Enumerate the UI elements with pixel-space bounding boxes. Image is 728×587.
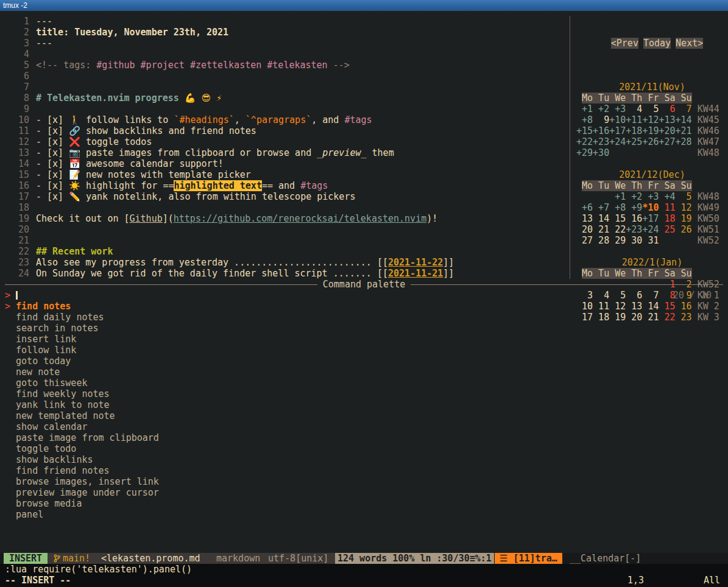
calendar-day[interactable]: +17 (609, 125, 626, 136)
calendar-next-button[interactable]: Next> (676, 38, 703, 49)
palette-item[interactable]: search in notes (0, 323, 728, 334)
editor-line[interactable]: 19Check it out on [Github](https://githu… (4, 213, 569, 224)
calendar-day[interactable]: 29 (609, 235, 626, 246)
editor-line[interactable]: 11- [x] 🔗 show backlinks and friend note… (4, 125, 569, 136)
palette-item[interactable]: panel (0, 509, 728, 520)
calendar-day[interactable]: +16 (593, 125, 609, 136)
calendar-day[interactable]: 15 (609, 213, 626, 224)
calendar-day[interactable]: +17 (642, 213, 659, 224)
calendar-day[interactable]: 9 (593, 114, 609, 125)
palette-item[interactable]: insert link (0, 334, 728, 345)
editor-line[interactable]: 3--- (4, 38, 569, 49)
editor-line[interactable]: 5<!-- tags: #github #project #zettelkast… (4, 60, 569, 71)
palette-item[interactable]: > find notes (0, 301, 728, 312)
calendar-day[interactable]: 28 (593, 235, 609, 246)
editor-line[interactable]: 24On Sunday we got rid of the daily find… (4, 268, 569, 279)
editor-line[interactable]: 17- [x] ✏️ yank notelink, also from with… (4, 191, 569, 202)
editor-line[interactable]: 7 (4, 82, 569, 93)
calendar-day[interactable]: 6 (659, 104, 675, 114)
calendar-day[interactable]: 16 (626, 213, 642, 224)
editor-line[interactable]: 13- [x] 📷 paste images from clipboard or… (4, 147, 569, 158)
calendar-day[interactable]: +4 (659, 191, 675, 202)
editor-line[interactable]: 18 (4, 202, 569, 213)
calendar-day[interactable]: 31 (642, 235, 659, 246)
palette-item[interactable]: goto today (0, 356, 728, 367)
calendar-day[interactable]: +3 (642, 191, 659, 202)
calendar-day[interactable]: +21 (676, 125, 692, 136)
editor-line[interactable]: 1--- (4, 16, 569, 27)
calendar-prev-button[interactable]: <Prev (611, 38, 638, 49)
calendar-day[interactable]: +23 (593, 136, 609, 147)
editor-line[interactable]: 16- [x] ☀️ highlight for ==highlighted t… (4, 180, 569, 191)
calendar-day[interactable]: 22 (609, 224, 626, 235)
calendar-today-button[interactable]: Today (643, 38, 671, 49)
palette-item[interactable]: follow link (0, 345, 728, 356)
editor-line[interactable]: 8# Telekasten.nvim progress 💪 😎 ⚡ (4, 93, 569, 104)
calendar-day[interactable]: 12 (676, 202, 692, 213)
calendar-day[interactable]: *10 (642, 202, 659, 213)
calendar-day[interactable]: +2 (593, 104, 609, 114)
editor-line[interactable]: 15- [x] 📝 new notes with template picker (4, 169, 569, 180)
editor-buffer[interactable]: 1---2title: Tuesday, November 23th, 2021… (4, 16, 569, 279)
palette-item[interactable]: browse images, insert link (0, 476, 728, 487)
calendar-day[interactable]: 5 (642, 104, 659, 114)
editor-line[interactable]: 10- [x] 🚶 follow links to `#headings`, `… (4, 114, 569, 125)
calendar-day[interactable]: 26 (676, 224, 692, 235)
palette-item[interactable]: show backlinks (0, 454, 728, 465)
calendar-day[interactable]: +20 (659, 125, 675, 136)
editor-line[interactable]: 9 (4, 104, 569, 114)
editor-line[interactable]: 14- [x] 📅 awesome calendar support! (4, 158, 569, 169)
calendar-day[interactable]: +24 (609, 136, 626, 147)
editor-line[interactable]: 20 (4, 224, 569, 235)
calendar-day[interactable]: +27 (659, 136, 675, 147)
command-line[interactable]: :lua require('telekasten').panel() (0, 564, 728, 575)
window-titlebar[interactable]: tmux -2 (0, 0, 728, 11)
calendar-day[interactable]: 11 (659, 202, 675, 213)
calendar-day[interactable]: +25 (626, 136, 642, 147)
palette-item[interactable]: new note (0, 367, 728, 378)
calendar-day[interactable]: +14 (676, 114, 692, 125)
editor-line[interactable]: 22## Recent work (4, 246, 569, 257)
calendar-day[interactable]: +10 (609, 114, 626, 125)
calendar-day[interactable]: +9 (626, 202, 642, 213)
calendar-day[interactable]: +29 (576, 147, 593, 158)
calendar-day[interactable]: +12 (642, 114, 659, 125)
palette-item[interactable]: preview image under cursor (0, 487, 728, 498)
calendar-day[interactable]: 30 (626, 235, 642, 246)
editor-line[interactable]: 21 (4, 235, 569, 246)
palette-item[interactable]: paste image from clipboard (0, 432, 728, 443)
calendar-day[interactable]: +7 (593, 202, 609, 213)
palette-item[interactable]: find friend notes (0, 465, 728, 476)
calendar-day[interactable]: 20 (576, 224, 593, 235)
palette-item[interactable]: browse media (0, 498, 728, 509)
calendar-day[interactable]: +11 (626, 114, 642, 125)
calendar-day[interactable]: +24 (642, 224, 659, 235)
palette-item[interactable]: find daily notes (0, 312, 728, 323)
calendar-day[interactable]: 21 (593, 224, 609, 235)
calendar-day[interactable]: +13 (659, 114, 675, 125)
calendar-day[interactable]: +18 (626, 125, 642, 136)
calendar-day[interactable]: +28 (676, 136, 692, 147)
calendar-day[interactable]: +1 (609, 191, 626, 202)
calendar-day[interactable]: 7 (676, 104, 692, 114)
calendar-day[interactable]: 19 (676, 213, 692, 224)
calendar-day[interactable]: 27 (576, 235, 593, 246)
calendar-day[interactable]: 13 (576, 213, 593, 224)
palette-item[interactable]: new templated note (0, 410, 728, 421)
palette-item[interactable]: goto thisweek (0, 378, 728, 388)
palette-item[interactable]: show calendar (0, 421, 728, 432)
palette-item[interactable]: toggle todo (0, 443, 728, 454)
palette-item[interactable]: yank link to note (0, 399, 728, 410)
calendar-day[interactable]: +23 (626, 224, 642, 235)
calendar-day[interactable]: +26 (642, 136, 659, 147)
buffer-tabs-badge[interactable]: ☰ [11]tra… (495, 553, 562, 564)
editor-line[interactable]: 23Also see my progress from yesterday ..… (4, 257, 569, 268)
calendar-day[interactable]: 14 (593, 213, 609, 224)
window-separator[interactable] (570, 16, 570, 279)
calendar-day[interactable]: +30 (593, 147, 609, 158)
calendar-day[interactable]: +8 (609, 202, 626, 213)
calendar-day[interactable]: +15 (576, 125, 593, 136)
palette-prompt-row[interactable]: > 20 / 20 (0, 290, 728, 301)
editor-line[interactable]: 6 (4, 71, 569, 82)
calendar-day[interactable]: 25 (659, 224, 675, 235)
